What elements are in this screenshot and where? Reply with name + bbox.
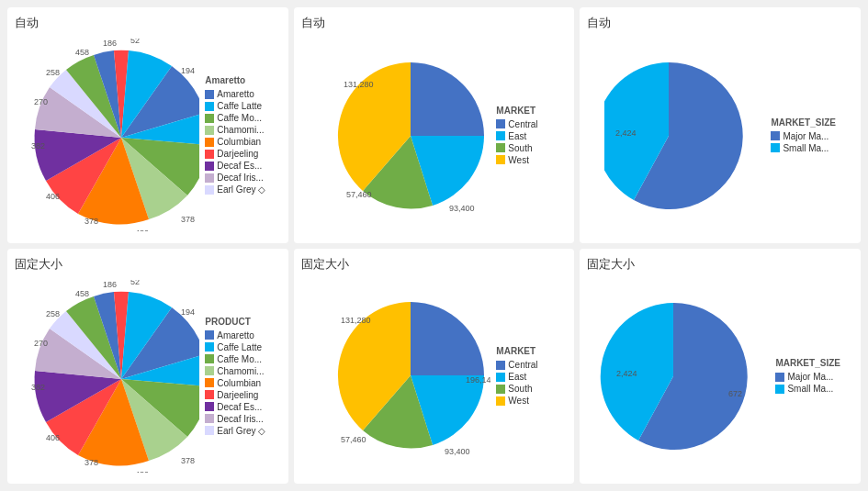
label-458-fixed: 458 <box>75 289 89 298</box>
legend-label-west: West <box>508 155 529 165</box>
label-57460: 57,460 <box>346 190 372 199</box>
label-480: 480 <box>135 229 149 231</box>
legend-item-amaretto-fixed: Amaretto <box>205 330 265 340</box>
legend-title-market-fixed: MARKET <box>496 346 537 356</box>
legend-item-darjeeling: Darjeeling <box>205 149 265 159</box>
chart-container-auto-market: 131,280 57,460 93,400 MARKET Central Eas… <box>330 55 537 216</box>
legend-label-chamomi: Chamomi... <box>217 125 264 135</box>
card-title-auto-product: 自动 <box>15 15 281 31</box>
label-131280-fixed: 131,280 <box>341 316 371 325</box>
label-406: 406 <box>46 192 60 201</box>
label-196140-fixed: 196,140 <box>466 375 490 385</box>
legend-item-west-fixed: West <box>496 396 537 406</box>
label-378-left: 378 <box>85 217 98 226</box>
legend-color-decaf-es <box>205 162 214 171</box>
legend-label-decaf-es: Decaf Es... <box>217 161 262 171</box>
legend-label-major-ma: Major Ma... <box>783 131 829 141</box>
legend-color-small-ma <box>771 143 780 152</box>
legend-size-fixed: MARKET_SIZE Major Ma... Small Ma... <box>775 358 840 394</box>
legend-item-small-ma: Small Ma... <box>771 143 836 153</box>
legend-title-size-fixed: MARKET_SIZE <box>775 358 840 368</box>
chart-area-fixed-size: 2,424 672 MARKET_SIZE Major Ma... Small … <box>587 276 853 477</box>
legend-item-caffe-latte-fixed: Caffe Latte <box>205 342 265 352</box>
legend-item-central-fixed: Central <box>496 360 537 370</box>
label-52: 52 <box>130 39 140 45</box>
legend-color-caffe-mo-fixed <box>205 354 214 363</box>
pie-chart-fixed-size: 2,424 672 <box>600 296 770 456</box>
legend-color-earl-grey <box>205 185 214 195</box>
legend-color-major-ma <box>771 131 780 140</box>
chart-container-fixed-product: 194 462 378 480 378 406 382 270 258 458 … <box>29 280 265 473</box>
label-258: 258 <box>46 68 60 77</box>
label-93400-fixed: 93,400 <box>445 447 470 456</box>
legend-color-chamomi-fixed <box>205 366 214 375</box>
legend-label-small-ma-fixed: Small Ma... <box>787 384 833 394</box>
chart-area-auto-product: 194 462 378 480 378 406 382 270 258 458 … <box>15 35 281 236</box>
legend-title-product-auto: Amaretto <box>205 75 265 85</box>
legend-color-east <box>496 131 505 140</box>
chart-container-auto-size: 2,424 MARKET_SIZE Major Ma... Small Ma..… <box>604 55 836 216</box>
chart-container-fixed-size: 2,424 672 MARKET_SIZE Major Ma... Small … <box>600 296 840 456</box>
label-186-fixed: 186 <box>103 280 117 289</box>
legend-color-columbian <box>205 138 214 147</box>
legend-item-earl-grey: Earl Grey ◇ <box>205 184 265 195</box>
chart-container-auto-product: 194 462 378 480 378 406 382 270 258 458 … <box>29 39 265 231</box>
label-406-fixed: 406 <box>46 433 60 442</box>
legend-product-fixed: PRODUCT Amaretto Caffe Latte Caffe Mo... <box>205 317 265 436</box>
legend-color-central-fixed <box>496 361 505 370</box>
card-auto-product: 自动 <box>7 7 288 243</box>
legend-color-caffe-latte-fixed <box>205 342 214 352</box>
legend-item-darjeeling-fixed: Darjeeling <box>205 390 265 400</box>
chart-area-fixed-product: 194 462 378 480 378 406 382 270 258 458 … <box>15 276 281 477</box>
legend-color-darjeeling-fixed <box>205 390 214 399</box>
legend-color-decaf-iris <box>205 173 214 183</box>
label-382-fixed: 382 <box>31 383 45 392</box>
legend-market-auto: MARKET Central East South <box>496 106 537 165</box>
label-378-fixed-l: 378 <box>85 458 98 467</box>
legend-item-decaf-es: Decaf Es... <box>205 161 265 171</box>
chart-area-fixed-market: 131,280 196,140 57,460 93,400 MARKET Cen… <box>301 276 568 477</box>
legend-item-caffe-mo-fixed: Caffe Mo... <box>205 354 265 364</box>
card-title-auto-size: 自动 <box>587 15 853 31</box>
legend-item-decaf-iris-fixed: Decaf Iris... <box>205 414 265 424</box>
legend-item-chamomi-fixed: Chamomi... <box>205 366 265 376</box>
pie-chart-auto-size: 2,424 <box>604 55 765 216</box>
card-title-fixed-product: 固定大小 <box>15 256 281 273</box>
legend-item-decaf-iris: Decaf Iris... <box>205 173 265 183</box>
legend-label-south: South <box>508 143 532 153</box>
chart-area-auto-size: 2,424 MARKET_SIZE Major Ma... Small Ma..… <box>587 35 853 236</box>
legend-color-major-ma-fixed <box>775 373 784 382</box>
legend-label-caffe-mo-fixed: Caffe Mo... <box>217 354 262 364</box>
legend-label-columbian: Columbian <box>217 137 261 147</box>
label-480-fixed: 480 <box>135 470 149 473</box>
legend-color-darjeeling <box>205 150 214 159</box>
card-fixed-product: 固定大小 <box>7 249 288 485</box>
legend-item-central: Central <box>496 119 537 129</box>
legend-label-central: Central <box>508 119 537 129</box>
legend-color-columbian-fixed <box>205 378 214 387</box>
legend-product-auto: Amaretto Amaretto Caffe Latte Caffe Mo..… <box>205 75 265 195</box>
legend-label-amaretto: Amaretto <box>217 89 254 99</box>
legend-color-caffe-mo <box>205 114 214 123</box>
card-title-fixed-market: 固定大小 <box>301 256 568 273</box>
legend-item-major-ma-fixed: Major Ma... <box>775 372 840 382</box>
legend-item-chamomi: Chamomi... <box>205 125 265 135</box>
legend-color-south <box>496 143 505 152</box>
legend-label-small-ma: Small Ma... <box>783 143 829 153</box>
card-auto-size: 自动 2,424 MARKET_SIZE Major Ma.. <box>580 7 861 243</box>
legend-item-decaf-es-fixed: Decaf Es... <box>205 402 265 412</box>
label-378-bottom: 378 <box>181 215 195 224</box>
card-title-auto-market: 自动 <box>301 15 568 31</box>
legend-label-major-ma-fixed: Major Ma... <box>787 372 833 382</box>
legend-label-south-fixed: South <box>508 384 532 394</box>
legend-item-east-fixed: East <box>496 372 537 382</box>
card-fixed-market: 固定大小 131,280 196,140 57,460 93,400 MA <box>294 249 575 485</box>
legend-label-amaretto-fixed: Amaretto <box>217 330 254 340</box>
legend-item-major-ma: Major Ma... <box>771 131 836 141</box>
legend-label-earl-grey: Earl Grey ◇ <box>217 184 265 195</box>
legend-item-east: East <box>496 131 537 141</box>
label-2424-auto: 2,424 <box>615 128 637 138</box>
legend-color-east-fixed <box>496 373 505 382</box>
legend-label-darjeeling: Darjeeling <box>217 149 258 159</box>
chart-area-auto-market: 131,280 57,460 93,400 MARKET Central Eas… <box>301 35 568 236</box>
